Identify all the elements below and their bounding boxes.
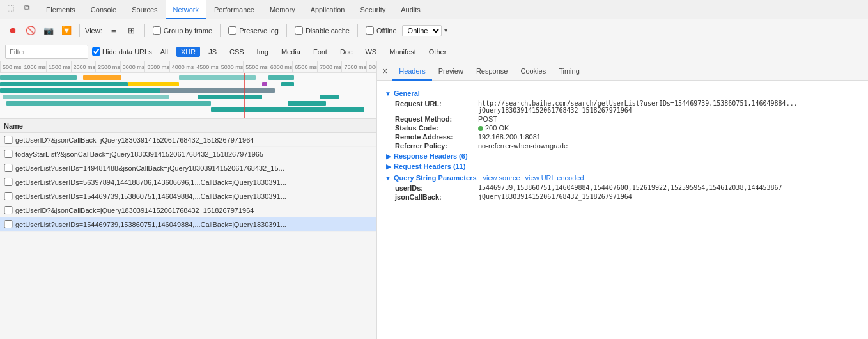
waterfall-svg xyxy=(0,73,376,119)
request-name-1: getUserID?&jsonCallBack=jQuery1830391415… xyxy=(15,136,373,144)
filter-media-btn[interactable]: Media xyxy=(277,47,305,57)
view-url-encoded-link[interactable]: view URL encoded xyxy=(525,174,584,182)
throttle-select[interactable]: Online xyxy=(402,25,442,36)
camera-button[interactable]: 📷 xyxy=(41,23,56,38)
svg-rect-2 xyxy=(0,88,179,93)
request-row[interactable]: getUserList?userIDs=149481488&jsonCallBa… xyxy=(0,161,376,175)
ruler-mark-13: 6500 ms xyxy=(292,61,317,72)
svg-rect-1 xyxy=(0,82,128,86)
hide-data-urls-checkbox[interactable]: Hide data URLs xyxy=(92,47,152,56)
request-checkbox-2[interactable] xyxy=(4,150,13,158)
remote-address-key: Remote Address: xyxy=(395,133,478,141)
tab-security[interactable]: Security xyxy=(352,0,393,19)
ruler-mark-5: 2500 ms xyxy=(95,61,120,72)
svg-rect-15 xyxy=(288,101,326,106)
request-row[interactable]: getUserList?userIDs=154469739,153860751,… xyxy=(0,189,376,203)
devtools-icon-1[interactable]: ⬚ xyxy=(4,1,17,14)
network-toolbar: ⏺ 🚫 📷 🔽 View: ≡ ⊞ Group by frame Preserv… xyxy=(0,19,868,42)
request-method-value: POST xyxy=(478,115,497,123)
filter-manifest-btn[interactable]: Manifest xyxy=(385,47,421,57)
preserve-log-input[interactable] xyxy=(228,26,236,35)
general-section-header[interactable]: ▼ General xyxy=(385,90,860,97)
tab-console[interactable]: Console xyxy=(83,0,124,19)
query-param-userids-row: userIDs: 154469739,153860751,146049884,1… xyxy=(385,184,860,192)
throttle-arrow[interactable]: ▾ xyxy=(444,27,447,34)
request-row-selected[interactable]: getUserList?userIDs=154469739,153860751,… xyxy=(0,217,376,232)
filter-font-btn[interactable]: Font xyxy=(309,47,332,57)
request-row[interactable]: getUserList?userIDs=56397894,144188706,1… xyxy=(0,175,376,189)
tab-audits[interactable]: Audits xyxy=(393,0,428,19)
tab-preview[interactable]: Preview xyxy=(432,61,470,81)
offline-input[interactable] xyxy=(366,26,374,35)
ruler-mark-14: 7000 ms xyxy=(317,61,342,72)
filter-img-btn[interactable]: Img xyxy=(252,47,273,57)
filter-input[interactable] xyxy=(5,45,88,59)
record-button[interactable]: ⏺ xyxy=(5,23,20,38)
filter-other-btn[interactable]: Other xyxy=(424,47,451,57)
response-headers-section[interactable]: ▶ Response Headers (6) xyxy=(385,152,860,160)
preserve-log-checkbox[interactable]: Preserve log xyxy=(228,26,279,35)
filter-button[interactable]: 🔽 xyxy=(59,23,74,38)
view-label: View: xyxy=(85,27,102,35)
tab-timing[interactable]: Timing xyxy=(552,61,586,81)
tab-application[interactable]: Application xyxy=(303,0,353,19)
devtools-icon-2[interactable]: ⧉ xyxy=(20,1,33,14)
request-checkbox-7[interactable] xyxy=(4,220,13,228)
query-string-arrow: ▼ xyxy=(385,175,391,182)
filter-doc-btn[interactable]: Doc xyxy=(336,47,357,57)
request-row[interactable]: todayStarList?&jsonCallBack=jQuery183039… xyxy=(0,147,376,161)
request-checkbox-4[interactable] xyxy=(4,178,13,186)
request-url-value: http://search.baihe.com/search/getUserLi… xyxy=(478,100,798,114)
disable-cache-checkbox[interactable]: Disable cache xyxy=(295,26,350,35)
view-grid-button[interactable]: ⊞ xyxy=(124,23,139,38)
request-checkbox-3[interactable] xyxy=(4,164,13,172)
right-panel: × Headers Preview Response Cookies Timin… xyxy=(377,61,868,339)
close-panel-button[interactable]: × xyxy=(380,66,390,76)
request-list[interactable]: getUserID?&jsonCallBack=jQuery1830391415… xyxy=(0,133,376,339)
offline-checkbox[interactable]: Offline xyxy=(366,26,397,35)
tab-performance[interactable]: Performance xyxy=(206,0,262,19)
main-content: 500 ms 1000 ms 1500 ms 2000 ms 2500 ms 3… xyxy=(0,61,868,339)
status-code-value: 200 OK xyxy=(478,124,509,132)
tab-cookies[interactable]: Cookies xyxy=(514,61,552,81)
ruler-mark-9: 4500 ms xyxy=(194,61,219,72)
svg-rect-13 xyxy=(268,75,294,80)
stop-button[interactable]: 🚫 xyxy=(23,23,38,38)
ruler-mark-15: 7500 ms xyxy=(341,61,366,72)
tab-headers[interactable]: Headers xyxy=(392,61,432,81)
view-source-link[interactable]: view source xyxy=(483,174,520,182)
query-string-section-header[interactable]: ▼ Query String Parameters view source vi… xyxy=(385,174,860,182)
filter-all-btn[interactable]: All xyxy=(156,47,173,57)
group-by-frame-input[interactable] xyxy=(153,26,161,35)
request-headers-section[interactable]: ▶ Request Headers (11) xyxy=(385,162,860,170)
tab-elements[interactable]: Elements xyxy=(38,0,83,19)
ruler-mark-2: 1000 ms xyxy=(22,61,47,72)
separator-5 xyxy=(357,24,358,37)
filter-xhr-btn[interactable]: XHR xyxy=(176,47,200,57)
tab-response[interactable]: Response xyxy=(470,61,515,81)
filter-ws-btn[interactable]: WS xyxy=(360,47,381,57)
disable-cache-input[interactable] xyxy=(295,26,303,35)
svg-rect-9 xyxy=(198,95,262,99)
request-name-4: getUserList?userIDs=56397894,144188706,1… xyxy=(15,178,373,186)
filter-js-btn[interactable]: JS xyxy=(204,47,221,57)
hide-data-urls-input[interactable] xyxy=(92,47,100,56)
request-checkbox-5[interactable] xyxy=(4,192,13,200)
filter-css-btn[interactable]: CSS xyxy=(225,47,249,57)
tab-memory[interactable]: Memory xyxy=(262,0,303,19)
request-row[interactable]: getUserID?&jsonCallBack=jQuery1830391415… xyxy=(0,203,376,217)
tab-sources[interactable]: Sources xyxy=(124,0,165,19)
status-dot xyxy=(478,126,483,131)
request-row[interactable]: getUserID?&jsonCallBack=jQuery1830391415… xyxy=(0,133,376,147)
group-by-frame-checkbox[interactable]: Group by frame xyxy=(153,26,212,35)
request-checkbox-6[interactable] xyxy=(4,206,13,214)
view-list-button[interactable]: ≡ xyxy=(106,23,121,38)
request-checkbox-1[interactable] xyxy=(4,136,13,144)
timeline: 500 ms 1000 ms 1500 ms 2000 ms 2500 ms 3… xyxy=(0,61,376,119)
tab-network[interactable]: Network xyxy=(166,0,206,19)
query-string-label: Query String Parameters xyxy=(394,174,477,182)
request-url-row: Request URL: http://search.baihe.com/sea… xyxy=(385,100,860,114)
query-param-userids-value: 154469739,153860751,146049884,154407600,… xyxy=(478,184,782,192)
request-url-key: Request URL: xyxy=(395,100,478,114)
request-name-7: getUserList?userIDs=154469739,153860751,… xyxy=(15,221,373,228)
